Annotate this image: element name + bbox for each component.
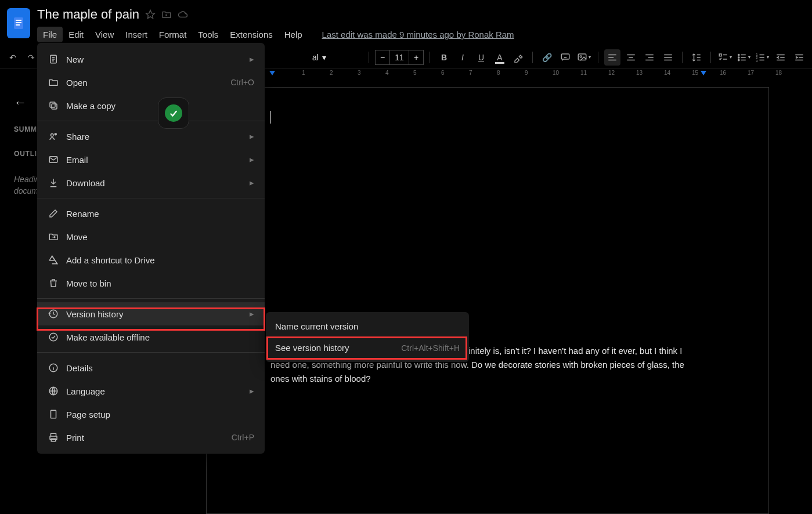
menu-format[interactable]: Format [153,27,193,42]
bold-button[interactable]: B [436,49,452,66]
paragraph-style-select[interactable]: al ▾ [308,49,363,66]
font-size-stepper[interactable]: − 11 + [375,50,424,65]
file-menu-item[interactable]: Make available offline [37,325,265,349]
docs-logo[interactable] [7,8,30,38]
italic-button[interactable]: I [454,49,471,66]
menu-bar: File Edit View Insert Format Tools Exten… [37,27,803,42]
comment-button[interactable] [557,49,573,66]
highlight-button[interactable] [510,49,526,66]
ruler-tick: 12 [608,70,615,76]
text-color-button[interactable]: A [492,49,508,66]
file-menu-item[interactable]: Move to bin [37,272,265,295]
menu-file[interactable]: File [37,27,63,42]
menu-separator [37,198,265,198]
menu-separator [37,298,265,299]
menu-item-label: Download [66,178,250,188]
file-menu-item[interactable]: Page setup [37,403,265,426]
menu-item-label: Move to bin [66,278,254,288]
chevron-down-icon: ▾ [322,53,326,62]
menu-separator [37,352,265,353]
file-menu-item[interactable]: PrintCtrl+P [37,426,265,449]
align-justify-button[interactable] [660,49,676,66]
folder-icon [48,77,59,88]
menu-insert[interactable]: Insert [120,27,153,42]
file-menu-item[interactable]: Share▸ [37,125,265,148]
file-menu-item[interactable]: OpenCtrl+O [37,71,265,94]
document-canvas[interactable]: I was just thinking if tattoos are painf… [206,87,769,514]
menu-item-label: Page setup [66,410,254,419]
file-menu-dropdown: New▸OpenCtrl+OMake a copyShare▸Email▸Dow… [37,43,265,454]
trash-icon [48,277,59,289]
align-center-button[interactable] [623,49,639,66]
cloud-status-icon[interactable] [178,9,188,20]
menu-view[interactable]: View [89,27,120,42]
last-edit-link[interactable]: Last edit was made 9 minutes ago by Rona… [322,30,514,39]
align-left-button[interactable] [604,49,620,66]
link-button[interactable]: 🔗 [539,49,555,66]
menu-tools[interactable]: Tools [192,27,224,42]
move-to-folder-icon[interactable] [161,9,172,20]
file-menu-item[interactable]: Add a shortcut to Drive [37,248,265,272]
file-menu-item[interactable]: Move [37,225,265,248]
offline-icon [48,331,59,343]
menu-item-label: Language [66,386,250,396]
indent-increase-button[interactable] [791,49,807,66]
svg-rect-8 [719,54,721,56]
horizontal-ruler[interactable]: /* ticks rendered by binder below */ 123… [267,70,771,79]
file-menu-item[interactable]: Version history▸ [37,302,265,325]
bulleted-list-button[interactable]: ▾ [735,49,752,66]
menu-item-label: Print [66,433,232,443]
document-title[interactable]: The maple of pain [37,6,139,23]
ruler-tick: 3 [358,70,361,76]
ruler-tick: 13 [636,70,643,76]
file-menu-item[interactable]: Download▸ [37,171,265,194]
globe-icon [48,385,59,397]
separator [710,52,711,63]
menu-edit[interactable]: Edit [63,27,89,42]
checklist-button[interactable]: ▾ [717,49,733,66]
svg-rect-3 [16,24,20,26]
menu-help[interactable]: Help [279,27,308,42]
see-version-history-item[interactable]: See version history Ctrl+Alt+Shift+H [266,337,469,359]
ruler-tick: 5 [413,70,417,76]
star-icon[interactable] [145,9,156,20]
title-bar: The maple of pain File Edit View Insert … [0,0,812,41]
drive-shortcut-icon [48,254,59,266]
separator [682,52,683,63]
svg-rect-5 [561,54,569,59]
svg-point-21 [49,333,57,341]
paragraph-style-label: al [312,53,319,62]
separator [532,52,533,63]
ruler-tick: 16 [720,70,726,76]
font-size-value[interactable]: 11 [390,50,409,65]
file-menu-item[interactable]: Make a copy [37,94,265,117]
file-menu-item[interactable]: Email▸ [37,148,265,171]
ruler-tick: 18 [775,70,782,76]
print-icon [48,432,59,443]
indent-marker-right-icon[interactable] [701,71,706,75]
separator [598,52,598,63]
line-spacing-button[interactable] [688,49,705,66]
indent-marker-left-icon[interactable] [269,71,275,75]
name-current-version-item[interactable]: Name current version [266,316,469,337]
check-icon [165,104,182,122]
menu-extensions[interactable]: Extensions [224,27,278,42]
menu-item-label: Share [66,132,250,142]
undo-button[interactable]: ↶ [5,49,21,66]
image-button[interactable]: ▾ [576,49,592,66]
svg-point-7 [580,56,582,57]
file-menu-item[interactable]: Language▸ [37,379,265,403]
download-icon [48,177,59,189]
file-menu-item[interactable]: New▸ [37,48,265,71]
file-menu-item[interactable]: Rename [37,202,265,225]
numbered-list-button[interactable]: 123▾ [754,49,770,66]
file-menu-item[interactable]: Details [37,356,265,379]
page-setup-icon [48,408,59,420]
doc-icon [48,53,59,65]
font-size-minus[interactable]: − [375,50,390,65]
align-right-button[interactable] [641,49,658,66]
copy-icon [48,100,59,111]
underline-button[interactable]: U [473,49,489,66]
indent-decrease-button[interactable] [773,49,789,66]
font-size-plus[interactable]: + [409,50,424,65]
